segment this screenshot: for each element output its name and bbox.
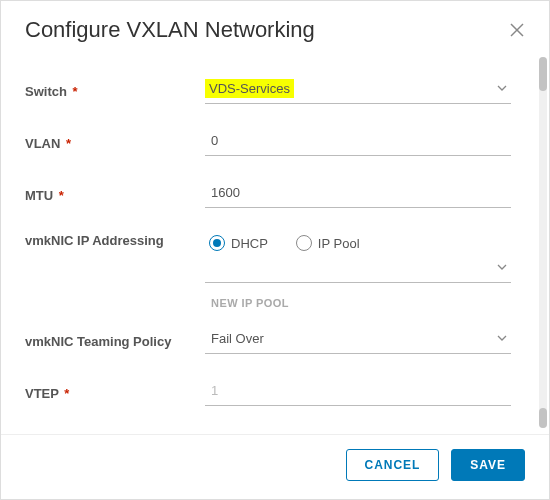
label-switch-text: Switch xyxy=(25,84,67,99)
teaming-policy-value: Fail Over xyxy=(205,324,511,354)
close-icon[interactable] xyxy=(509,22,525,38)
control-ip-addressing: DHCP IP Pool NEW IP POOL xyxy=(205,231,511,313)
label-vtep-text: VTEP xyxy=(25,386,59,401)
label-switch: Switch * xyxy=(25,80,205,99)
row-vlan: VLAN * xyxy=(25,115,511,167)
save-button[interactable]: Save xyxy=(451,449,525,481)
control-teaming-policy: Fail Over xyxy=(205,324,511,354)
label-vlan: VLAN * xyxy=(25,132,205,151)
label-mtu-text: MTU xyxy=(25,188,53,203)
switch-select-value: VDS-Services xyxy=(205,74,511,104)
row-teaming-policy: vmkNIC Teaming Policy Fail Over xyxy=(25,313,511,365)
row-vtep: VTEP * xyxy=(25,365,511,417)
teaming-policy-select[interactable]: Fail Over xyxy=(205,324,511,354)
row-switch: Switch * VDS-Services xyxy=(25,63,511,115)
dialog-body-wrap: Switch * VDS-Services xyxy=(1,51,549,434)
chevron-down-icon xyxy=(497,85,507,91)
scrollbar[interactable] xyxy=(539,57,547,428)
dialog-title: Configure VXLAN Networking xyxy=(25,17,315,43)
vtep-input[interactable] xyxy=(205,376,511,406)
required-marker: * xyxy=(66,136,71,151)
chevron-down-icon xyxy=(497,264,507,270)
row-ip-addressing: vmkNIC IP Addressing DHCP IP Pool xyxy=(25,219,511,313)
control-vlan xyxy=(205,126,511,156)
ip-addressing-radio-group: DHCP IP Pool xyxy=(205,231,511,253)
label-vtep: VTEP * xyxy=(25,382,205,401)
radio-ip-pool-label: IP Pool xyxy=(318,236,360,251)
cancel-button[interactable]: Cancel xyxy=(346,449,440,481)
row-mtu: MTU * xyxy=(25,167,511,219)
label-teaming-policy: vmkNIC Teaming Policy xyxy=(25,330,205,349)
required-marker: * xyxy=(73,84,78,99)
radio-dhcp-label: DHCP xyxy=(231,236,268,251)
vxlan-config-dialog: Configure VXLAN Networking Switch * VDS-… xyxy=(0,0,550,500)
new-ip-pool-label: NEW IP POOL xyxy=(205,283,511,313)
radio-ip-pool[interactable]: IP Pool xyxy=(296,235,360,251)
label-mtu: MTU * xyxy=(25,184,205,203)
scroll-thumb[interactable] xyxy=(539,57,547,91)
radio-dhcp[interactable]: DHCP xyxy=(209,235,268,251)
control-vtep xyxy=(205,376,511,406)
label-ip-addressing: vmkNIC IP Addressing xyxy=(25,229,205,248)
mtu-input[interactable] xyxy=(205,178,511,208)
switch-value-text: VDS-Services xyxy=(205,79,294,98)
control-switch: VDS-Services xyxy=(205,74,511,104)
ip-pool-select[interactable] xyxy=(205,253,511,283)
vlan-input[interactable] xyxy=(205,126,511,156)
label-vlan-text: VLAN xyxy=(25,136,60,151)
required-marker: * xyxy=(59,188,64,203)
chevron-down-icon xyxy=(497,335,507,341)
dialog-footer: Cancel Save xyxy=(1,434,549,499)
radio-icon-checked xyxy=(209,235,225,251)
switch-select[interactable]: VDS-Services xyxy=(205,74,511,104)
dialog-header: Configure VXLAN Networking xyxy=(1,1,549,51)
scroll-thumb[interactable] xyxy=(539,408,547,428)
required-marker: * xyxy=(64,386,69,401)
dialog-body: Switch * VDS-Services xyxy=(1,51,535,434)
control-mtu xyxy=(205,178,511,208)
radio-icon-unchecked xyxy=(296,235,312,251)
